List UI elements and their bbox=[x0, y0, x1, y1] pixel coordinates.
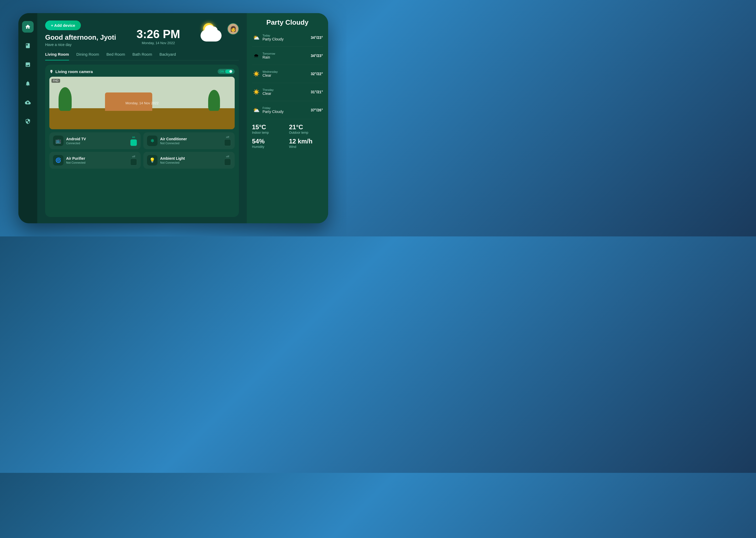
divider-2 bbox=[252, 65, 323, 65]
divider-3 bbox=[252, 83, 323, 83]
sidebar-icon-security[interactable] bbox=[22, 116, 34, 127]
room-tabs: Living Room Dining Room Bed Room Bath Ro… bbox=[45, 52, 239, 60]
air-conditioner-toggle[interactable]: off bbox=[224, 136, 231, 146]
forecast-condition-tomorrow: Rain bbox=[262, 55, 309, 59]
time-section: 3:26 PM Monday, 14 Nov 2022 bbox=[136, 28, 180, 45]
wind-stat: 12 km/h Wind bbox=[289, 138, 323, 149]
forecast-icon-today: ⛅ bbox=[252, 33, 260, 42]
wind-value: 12 km/h bbox=[289, 138, 323, 145]
tab-bath-room[interactable]: Bath Room bbox=[132, 52, 152, 58]
forecast-row-wednesday: ☀️ Wednesday Clear 32°/22° bbox=[252, 68, 323, 80]
air-conditioner-toggle-label: off bbox=[226, 136, 229, 138]
air-conditioner-name: Air Conditioner bbox=[160, 137, 221, 141]
air-purifier-toggle-switch[interactable] bbox=[130, 159, 137, 166]
air-purifier-toggle[interactable]: off bbox=[130, 155, 137, 166]
weather-stats: 15°C Indoor temp 21°C Outdoor temp 54% H… bbox=[252, 124, 323, 149]
air-conditioner-status: Not Connected bbox=[160, 141, 221, 145]
main-content: + Add device Good afternoon, Jyoti Have … bbox=[37, 13, 247, 223]
air-conditioner-info: Air Conditioner Not Connected bbox=[160, 137, 221, 145]
forecast-temp-thursday: 31°/21° bbox=[311, 90, 323, 94]
forecast-icon-wednesday: ☀️ bbox=[252, 70, 260, 78]
top-left: + Add device Good afternoon, Jyoti Have … bbox=[45, 21, 116, 47]
tab-dining-room[interactable]: Dining Room bbox=[76, 52, 99, 58]
forecast-condition-friday: Party Cloudy bbox=[262, 110, 309, 114]
forecast-day-tomorrow: Tomorrow bbox=[262, 52, 309, 55]
app-frame: + Add device Good afternoon, Jyoti Have … bbox=[19, 13, 328, 223]
forecast-row-today: ⛅ Today Party Cloudy 34°/23° bbox=[252, 32, 323, 43]
forecast-day-today: Today bbox=[262, 34, 309, 37]
air-conditioner-toggle-switch[interactable] bbox=[224, 139, 231, 146]
sidebar-icon-notifications[interactable] bbox=[22, 78, 34, 89]
forecast-info-thursday: Thesday Clear bbox=[262, 88, 309, 96]
android-tv-toggle-switch[interactable] bbox=[130, 139, 137, 146]
camera-toggle-pill bbox=[225, 70, 233, 73]
forecast-row-friday: ⛅ Friday Party Cloudy 37°/26° bbox=[252, 104, 323, 116]
forecast-info-wednesday: Wednesday Clear bbox=[262, 70, 309, 78]
top-bar: + Add device Good afternoon, Jyoti Have … bbox=[45, 21, 239, 47]
forecast-day-thursday: Thesday bbox=[262, 88, 309, 91]
sidebar-icon-upload[interactable] bbox=[22, 97, 34, 108]
forecast-icon-tomorrow: 🌧 bbox=[252, 51, 260, 60]
android-tv-icon: 📺 bbox=[53, 135, 64, 146]
air-purifier-status: Not Connected bbox=[66, 161, 127, 164]
device-grid: 📺 Android TV Connected on ❄ Air Conditio… bbox=[49, 133, 235, 169]
sidebar-icon-home[interactable] bbox=[22, 21, 34, 32]
wind-label: Wind bbox=[289, 145, 323, 149]
forecast-icon-friday: ⛅ bbox=[252, 106, 260, 114]
android-tv-toggle[interactable]: on bbox=[130, 136, 137, 146]
forecast-condition-wednesday: Clear bbox=[262, 73, 309, 78]
sidebar bbox=[19, 13, 37, 223]
camera-toggle[interactable]: ON bbox=[217, 69, 235, 74]
android-tv-info: Android TV Connected bbox=[66, 137, 127, 145]
indoor-temp-label: Indoor temp bbox=[252, 131, 286, 134]
ambient-light-toggle-switch[interactable] bbox=[224, 159, 231, 166]
camera-feed: FHD Monday, 14 Nov 2022 bbox=[49, 77, 235, 129]
forecast-info-tomorrow: Tomorrow Rain bbox=[262, 52, 309, 59]
forecast-row-thursday: ☀️ Thesday Clear 31°/21° bbox=[252, 86, 323, 98]
user-avatar[interactable]: 👩 bbox=[227, 23, 239, 35]
quality-badge: FHD bbox=[51, 79, 60, 83]
tab-living-room[interactable]: Living Room bbox=[45, 52, 69, 58]
forecast-temp-tomorrow: 34°/23° bbox=[311, 54, 323, 58]
humidity-value: 54% bbox=[252, 138, 286, 145]
humidity-stat: 54% Humidity bbox=[252, 138, 286, 149]
camera-header: 🎙 Living room camera ON bbox=[49, 69, 235, 74]
sidebar-icon-book[interactable] bbox=[22, 40, 34, 51]
room-floor bbox=[49, 108, 235, 129]
divider-1 bbox=[252, 46, 323, 47]
camera-date: Monday, 14 Nov 2022 bbox=[125, 101, 159, 105]
air-conditioner-icon: ❄ bbox=[147, 135, 158, 146]
forecast-day-friday: Friday bbox=[262, 106, 309, 110]
living-room-panel: 🎙 Living room camera ON bbox=[45, 65, 239, 217]
camera-title: 🎙 Living room camera bbox=[49, 69, 93, 74]
date-display: Monday, 14 Nov 2022 bbox=[136, 41, 180, 45]
ambient-light-name: Ambient Light bbox=[160, 156, 221, 161]
humidity-label: Humidity bbox=[252, 145, 286, 149]
android-tv-name: Android TV bbox=[66, 137, 127, 141]
camera-toggle-label: ON bbox=[220, 70, 224, 73]
outdoor-temp-label: Outdoor temp bbox=[289, 131, 323, 134]
forecast-info-today: Today Party Cloudy bbox=[262, 34, 309, 41]
ambient-light-toggle[interactable]: off bbox=[224, 155, 231, 166]
android-tv-status: Connected bbox=[66, 141, 127, 145]
sidebar-icon-gallery[interactable] bbox=[22, 59, 34, 71]
forecast-condition-thursday: Clear bbox=[262, 91, 309, 96]
tab-bed-room[interactable]: Bed Room bbox=[107, 52, 125, 58]
weather-panel: Party Cloudy ⛅ Today Party Cloudy 34°/23… bbox=[247, 13, 328, 223]
outdoor-temp-value: 21°C bbox=[289, 124, 323, 131]
divider-4 bbox=[252, 101, 323, 101]
forecast-row-tomorrow: 🌧 Tomorrow Rain 34°/23° bbox=[252, 50, 323, 62]
android-tv-toggle-label: on bbox=[132, 136, 135, 138]
air-purifier-icon: 🌀 bbox=[53, 155, 64, 166]
forecast-icon-thursday: ☀️ bbox=[252, 88, 260, 96]
cloud-shape bbox=[201, 30, 221, 41]
divider-5 bbox=[252, 119, 323, 119]
camera-name: Living room camera bbox=[55, 69, 93, 74]
add-device-button[interactable]: + Add device bbox=[45, 21, 81, 30]
device-card-air-purifier: 🌀 Air Purifier Not Connected off bbox=[49, 152, 141, 169]
forecast-day-wednesday: Wednesday bbox=[262, 70, 309, 73]
ambient-light-icon: 💡 bbox=[147, 155, 158, 166]
air-purifier-toggle-label: off bbox=[132, 155, 135, 158]
tab-backyard[interactable]: Backyard bbox=[159, 52, 176, 58]
weather-title: Party Cloudy bbox=[252, 19, 323, 27]
